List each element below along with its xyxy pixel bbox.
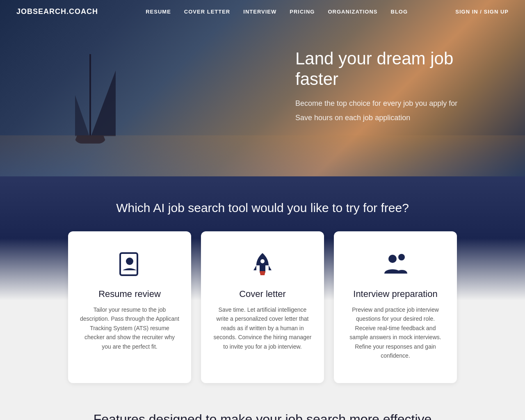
water-reflection [0, 135, 525, 176]
interview-icon [379, 248, 412, 281]
hero-title: Land your dream job faster [295, 48, 492, 90]
nav-pricing[interactable]: PRICING [290, 9, 315, 15]
cover-letter-icon [246, 248, 279, 281]
nav-blog[interactable]: BLOG [391, 9, 408, 15]
cover-letter-card-desc: Save time. Let artificial intelligence w… [212, 305, 313, 351]
resume-card-desc: Tailor your resume to the job descriptio… [80, 305, 180, 351]
features-section: Features designed to make your job searc… [0, 383, 525, 420]
interview-card-desc: Preview and practice job interview quest… [345, 305, 445, 360]
cover-letter-card[interactable]: Cover letter Save time. Let artificial i… [201, 231, 324, 383]
resume-icon [113, 248, 146, 281]
hero-subtitle-1: Become the top choice for every job you … [295, 99, 492, 108]
features-title: Features designed to make your job searc… [8, 412, 517, 420]
interview-card[interactable]: Interview preparation Preview and practi… [334, 231, 457, 383]
sail-main [91, 71, 116, 136]
resume-card-title: Resume review [98, 289, 161, 299]
svg-point-4 [398, 254, 405, 260]
svg-point-1 [126, 258, 133, 265]
svg-point-3 [388, 255, 397, 263]
nav-interview[interactable]: INTERVIEW [243, 9, 276, 15]
navbar: JOBSEARCH.COACH RESUME COVER LETTER INTE… [0, 0, 525, 23]
nav-logo[interactable]: JOBSEARCH.COACH [16, 7, 98, 16]
nav-resume[interactable]: RESUME [146, 9, 171, 15]
nav-links: RESUME COVER LETTER INTERVIEW PRICING OR… [146, 9, 408, 15]
interview-card-title: Interview preparation [353, 289, 437, 299]
which-title: Which AI job search tool would you like … [8, 201, 517, 215]
resume-card[interactable]: Resume review Tailor your resume to the … [68, 231, 191, 383]
which-section: Which AI job search tool would you like … [0, 176, 525, 383]
hero-section: Land your dream job faster Become the to… [0, 0, 525, 176]
boat-mast [89, 54, 91, 136]
signin-button[interactable]: SIGN IN / SIGN UP [455, 9, 509, 15]
sail-front [75, 95, 89, 136]
hero-text: Land your dream job faster Become the to… [295, 48, 525, 128]
sailboat-illustration [49, 29, 131, 144]
hero-subtitle-2: Save hours on each job application [295, 114, 492, 122]
nav-organizations[interactable]: ORGANIZATIONS [328, 9, 377, 15]
cover-letter-card-title: Cover letter [239, 289, 286, 299]
nav-cover-letter[interactable]: COVER LETTER [184, 9, 230, 15]
svg-point-2 [260, 259, 265, 263]
cards-row: Resume review Tailor your resume to the … [47, 231, 478, 383]
